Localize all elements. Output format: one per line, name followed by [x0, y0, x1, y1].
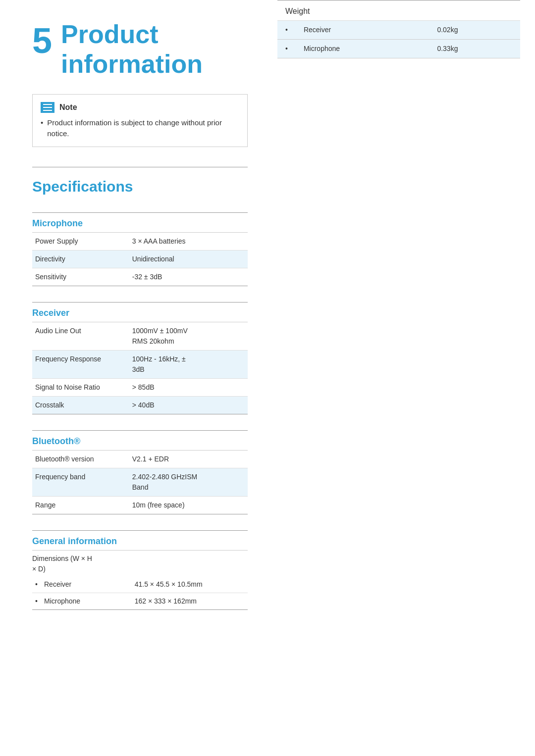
dimensions-table: •Receiver41.5 × 45.5 × 10.5mm•Microphone… — [32, 576, 248, 610]
note-text: Product information is subject to change… — [41, 117, 239, 140]
receiver-row: Signal to Noise Ratio> 85dB — [32, 378, 248, 396]
dimension-value: 162 × 333 × 162mm — [132, 593, 248, 609]
receiver-table: Audio Line Out1000mV ± 100mVRMS 20kohmFr… — [32, 322, 248, 414]
bluetooth-row: Range10m (free space) — [32, 496, 248, 514]
weight-item-label: Receiver — [296, 21, 429, 40]
bluetooth-row: Bluetooth® versionV2.1 + EDR — [32, 451, 248, 468]
receiver-row: Crosstalk> 40dB — [32, 396, 248, 414]
chapter-number: 5 — [32, 23, 52, 58]
weight-table: •Receiver0.02kg•Microphone0.33kg — [277, 21, 520, 58]
receiver-value: > 85dB — [129, 378, 248, 396]
receiver-label: Frequency Response — [32, 350, 129, 378]
weight-bullet: • — [277, 21, 296, 40]
receiver-value: > 40dB — [129, 396, 248, 414]
weight-row: •Microphone0.33kg — [277, 40, 520, 58]
microphone-label: Sensitivity — [32, 268, 129, 286]
dimension-row: •Microphone162 × 333 × 162mm — [32, 593, 248, 609]
receiver-label: Signal to Noise Ratio — [32, 378, 129, 396]
specifications-title: Specifications — [32, 175, 248, 198]
general-title: General information — [32, 531, 248, 551]
dimension-bullet: • — [32, 593, 41, 609]
receiver-row: Audio Line Out1000mV ± 100mVRMS 20kohm — [32, 322, 248, 351]
chapter-heading: 5 Product information — [32, 20, 248, 79]
bluetooth-label: Bluetooth® version — [32, 451, 129, 468]
note-icon — [41, 102, 54, 113]
bluetooth-subsection: Bluetooth® Bluetooth® versionV2.1 + EDRF… — [32, 430, 248, 514]
note-header: Note — [41, 101, 239, 113]
microphone-label: Directivity — [32, 250, 129, 268]
note-box: Note Product information is subject to c… — [32, 94, 248, 147]
general-subsection: General information Dimensions (W × H× D… — [32, 530, 248, 610]
dimension-item-label: Microphone — [41, 593, 132, 609]
bluetooth-table: Bluetooth® versionV2.1 + EDRFrequency ba… — [32, 451, 248, 514]
microphone-label: Power Supply — [32, 233, 129, 251]
weight-value: 0.02kg — [429, 21, 520, 40]
weight-bullet: • — [277, 40, 296, 58]
microphone-row: DirectivityUnidirectional — [32, 250, 248, 268]
receiver-row: Frequency Response100Hz - 16kHz, ±3dB — [32, 350, 248, 378]
microphone-value: 3 × AAA batteries — [129, 233, 248, 251]
receiver-title: Receiver — [32, 302, 248, 322]
microphone-subsection: Microphone Power Supply3 × AAA batteries… — [32, 212, 248, 286]
weight-row: •Receiver0.02kg — [277, 21, 520, 40]
bluetooth-value: V2.1 + EDR — [129, 451, 248, 468]
receiver-label: Audio Line Out — [32, 322, 129, 351]
microphone-value: Unidirectional — [129, 250, 248, 268]
bluetooth-title: Bluetooth® — [32, 431, 248, 451]
microphone-title: Microphone — [32, 213, 248, 233]
receiver-value: 100Hz - 16kHz, ±3dB — [129, 350, 248, 378]
dimension-bullet: • — [32, 576, 41, 593]
weight-value: 0.33kg — [429, 40, 520, 58]
microphone-table: Power Supply3 × AAA batteriesDirectivity… — [32, 233, 248, 286]
weight-header: Weight — [277, 0, 520, 21]
microphone-row: Sensitivity-32 ± 3dB — [32, 268, 248, 286]
bluetooth-label: Range — [32, 496, 129, 514]
specs-divider — [32, 167, 248, 167]
receiver-subsection: Receiver Audio Line Out1000mV ± 100mVRMS… — [32, 302, 248, 414]
bluetooth-value: 10m (free space) — [129, 496, 248, 514]
weight-section: Weight •Receiver0.02kg•Microphone0.33kg — [277, 0, 520, 58]
bluetooth-row: Frequency band2.402-2.480 GHzISMBand — [32, 468, 248, 496]
microphone-value: -32 ± 3dB — [129, 268, 248, 286]
dimension-item-label: Receiver — [41, 576, 132, 593]
receiver-label: Crosstalk — [32, 396, 129, 414]
chapter-title: Product information — [61, 20, 203, 79]
bluetooth-value: 2.402-2.480 GHzISMBand — [129, 468, 248, 496]
dimension-row: •Receiver41.5 × 45.5 × 10.5mm — [32, 576, 248, 593]
receiver-value: 1000mV ± 100mVRMS 20kohm — [129, 322, 248, 351]
dimension-value: 41.5 × 45.5 × 10.5mm — [132, 576, 248, 593]
weight-item-label: Microphone — [296, 40, 429, 58]
microphone-row: Power Supply3 × AAA batteries — [32, 233, 248, 251]
note-label: Note — [59, 101, 77, 113]
dimensions-label: Dimensions (W × H× D) — [32, 551, 248, 574]
bluetooth-label: Frequency band — [32, 468, 129, 496]
